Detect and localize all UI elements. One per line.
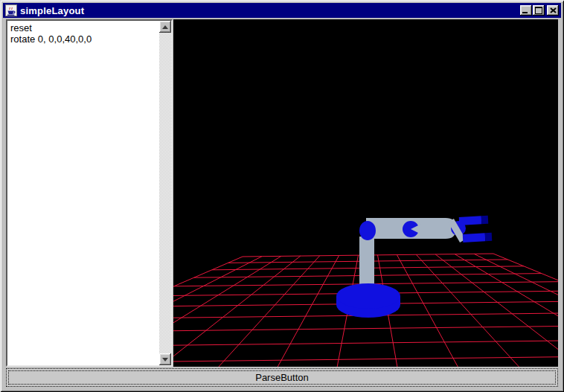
grid-line [173,256,320,367]
minimize-icon [522,12,528,13]
base-top [336,283,400,309]
grid-line [397,255,486,367]
close-button[interactable] [547,5,559,16]
command-lines[interactable]: reset rotate 0, 0,0,40,0,0 [7,21,159,365]
maximize-button[interactable] [533,5,545,16]
grid-line [173,256,281,367]
parse-button[interactable]: ParseButton [6,368,558,387]
scene-canvas [173,19,558,367]
robot-elbow-joint [359,221,376,240]
robot-finger-top [459,216,489,225]
grid-line [173,325,558,332]
title-bar[interactable]: simpleLayout [3,3,561,18]
window-controls [519,5,561,16]
command-line: rotate 0, 0,0,40,0,0 [10,33,156,45]
command-text-area[interactable]: reset rotate 0, 0,0,40,0,0 [6,19,173,367]
triangle-up-icon [162,25,168,29]
grid-line [455,254,558,367]
java-coffee-cup-icon [5,4,17,16]
vertical-scrollbar[interactable] [159,21,171,365]
scroll-down-button[interactable] [159,353,171,365]
close-icon [550,7,557,13]
grid-line [173,257,262,367]
grid-line [248,256,339,367]
app-window: simpleLayout reset rotate 0, 0,0,40,0,0 [0,0,564,392]
parse-button-label: ParseButton [8,370,556,385]
grid-line [474,254,558,367]
finger-bar [463,233,486,242]
command-line: reset [10,22,156,33]
finger-tip [481,216,489,224]
triangle-down-icon [162,358,168,362]
scroll-up-button[interactable] [159,21,171,33]
robot-finger-bottom [463,233,493,242]
window-title: simpleLayout [20,5,84,16]
grid-line [173,257,243,367]
finger-bar [459,216,482,225]
grid-line [173,339,558,347]
grid-line [435,254,558,367]
maximize-icon [535,7,542,14]
finger-tip [485,233,493,241]
grid-line [173,355,558,364]
3d-viewport[interactable] [173,19,558,367]
robot-base [336,283,400,318]
minimize-button[interactable] [520,5,532,16]
